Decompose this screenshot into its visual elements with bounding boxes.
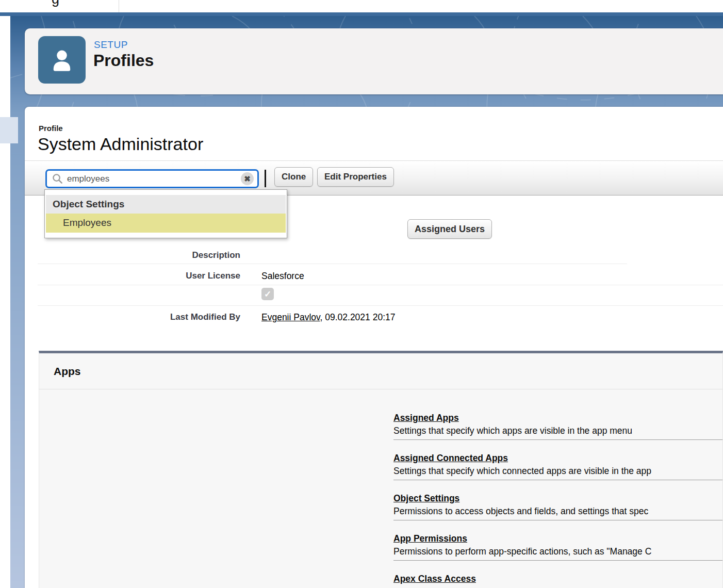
list-item: App Permissions Permissions to perform a…	[393, 520, 722, 561]
suggestion-group-header: Object Settings	[46, 195, 286, 214]
search-input[interactable]	[63, 174, 241, 184]
suggestion-item-employees[interactable]: Employees	[46, 214, 286, 233]
assigned-users-button[interactable]: Assigned Users	[407, 219, 492, 239]
setup-eyebrow: SETUP	[94, 39, 128, 51]
sidebar-highlight	[0, 117, 18, 143]
profiles-avatar	[38, 36, 86, 84]
apps-section-header: Apps	[39, 353, 722, 389]
custom-profile-checkbox	[261, 288, 274, 300]
search-icon	[52, 173, 63, 184]
clone-button[interactable]: Clone	[274, 167, 313, 187]
row-divider	[38, 264, 627, 264]
assigned-apps-description: Settings that specify which apps are vis…	[393, 424, 722, 437]
tab-divider	[119, 0, 119, 12]
apps-section: Apps Assigned Apps Settings that specify…	[39, 351, 723, 588]
assigned-connected-apps-link[interactable]: Assigned Connected Apps	[393, 451, 722, 465]
browser-strip: g	[0, 0, 723, 12]
object-settings-link[interactable]: Object Settings	[393, 492, 722, 505]
description-label: Description	[39, 250, 240, 260]
clear-search-icon[interactable]: ✖	[241, 172, 254, 185]
last-modified-label: Last Modified By	[39, 312, 240, 322]
profile-type-label: Profile	[39, 124, 63, 133]
user-icon	[48, 46, 75, 73]
apex-class-access-description: Permissions to execute Apex classes	[393, 585, 722, 588]
content-card: Profile System Administrator ✖ Clone Edi…	[25, 107, 723, 588]
app-permissions-description: Permissions to perform app-specific acti…	[393, 545, 722, 558]
apps-links-list: Assigned Apps Settings that specify whic…	[393, 400, 722, 588]
row-divider	[38, 285, 723, 285]
row-divider	[38, 305, 723, 306]
profile-name-heading: System Administrator	[38, 134, 203, 154]
last-modified-value: Evgenii Pavlov, 09.02.2021 20:17	[261, 312, 395, 323]
list-item: Apex Class Access Permissions to execute…	[393, 561, 722, 588]
object-settings-description: Permissions to access objects and fields…	[393, 505, 722, 518]
last-modified-user-link[interactable]: Evgenii Pavlov	[261, 312, 320, 322]
search-suggestions-dropdown: Object Settings Employees	[44, 189, 287, 238]
list-item: Object Settings Permissions to access ob…	[393, 480, 722, 520]
toolbar-divider	[265, 170, 266, 187]
app-permissions-link[interactable]: App Permissions	[393, 532, 722, 545]
apps-section-title: Apps	[54, 365, 81, 378]
assigned-connected-apps-description: Settings that specify which connected ap…	[393, 465, 722, 478]
edit-properties-button[interactable]: Edit Properties	[317, 167, 394, 187]
assigned-apps-link[interactable]: Assigned Apps	[393, 411, 722, 424]
tab-title-fragment: g	[52, 0, 59, 7]
app-top-bar	[0, 12, 723, 16]
find-settings-search[interactable]: ✖	[45, 169, 259, 188]
apex-class-access-link[interactable]: Apex Class Access	[393, 572, 722, 585]
page-title: Profiles	[93, 51, 154, 70]
list-item: Assigned Apps Settings that specify whic…	[393, 400, 722, 440]
setup-header-card: SETUP Profiles	[25, 28, 723, 94]
user-license-label: User License	[39, 271, 240, 281]
last-modified-datetime: , 09.02.2021 20:17	[320, 312, 396, 322]
list-item: Assigned Connected Apps Settings that sp…	[393, 440, 722, 480]
user-license-value: Salesforce	[261, 271, 304, 282]
